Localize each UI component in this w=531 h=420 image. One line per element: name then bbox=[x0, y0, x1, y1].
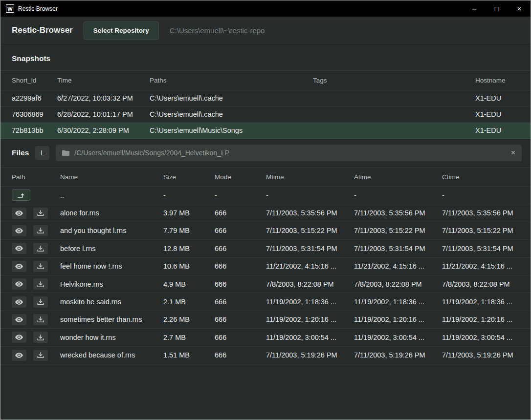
file-row[interactable]: moskito he said.rns 2.1 MB 666 11/19/200… bbox=[0, 293, 531, 311]
column-name: Name bbox=[60, 173, 163, 181]
preview-file-button[interactable] bbox=[12, 350, 26, 361]
file-name: alone for.rns bbox=[60, 209, 163, 217]
file-atime: 11/19/2002, 1:18:36 ... bbox=[354, 298, 442, 306]
download-icon bbox=[37, 316, 44, 323]
download-file-button[interactable] bbox=[33, 243, 48, 254]
file-mode: 666 bbox=[215, 315, 266, 323]
file-mtime: 7/11/2003, 5:19:26 PM bbox=[266, 351, 354, 359]
preview-file-button[interactable] bbox=[12, 278, 26, 290]
snapshots-table-header: Short_id Time Paths Tags Hostname bbox=[0, 70, 531, 90]
window-title: Restic Browser bbox=[18, 5, 58, 12]
file-mode: 666 bbox=[215, 298, 266, 306]
file-atime: - bbox=[354, 191, 442, 199]
preview-file-button[interactable] bbox=[12, 208, 26, 219]
file-ctime: 7/11/2003, 5:31:54 PM bbox=[442, 245, 531, 252]
file-actions bbox=[12, 350, 60, 361]
file-actions bbox=[12, 314, 60, 325]
up-directory-button[interactable] bbox=[12, 189, 30, 201]
file-row[interactable]: and you thought l.rns 7.79 MB 666 7/11/2… bbox=[0, 222, 531, 240]
files-table-body: .. - - - - - alone for bbox=[0, 187, 531, 364]
column-ctime: Ctime bbox=[442, 173, 531, 181]
eye-icon bbox=[15, 317, 23, 322]
file-actions bbox=[12, 208, 60, 219]
up-arrow-icon bbox=[17, 192, 25, 198]
file-name: before l.rns bbox=[60, 245, 163, 252]
preview-file-button[interactable] bbox=[12, 314, 26, 325]
preview-file-button[interactable] bbox=[12, 225, 26, 236]
file-atime: 7/11/2003, 5:15:22 PM bbox=[354, 227, 442, 234]
snapshot-time: 6/30/2022, 2:28:09 PM bbox=[57, 126, 150, 134]
column-mtime: Mtime bbox=[266, 173, 354, 181]
download-file-button[interactable] bbox=[33, 261, 48, 272]
clear-path-button[interactable]: × bbox=[511, 149, 515, 157]
file-mode: 666 bbox=[215, 334, 266, 341]
column-mode: Mode bbox=[215, 173, 266, 181]
file-row[interactable]: wonder how it.rns 2.7 MB 666 11/19/2002,… bbox=[0, 329, 531, 346]
current-path-bar[interactable]: /C/Users/emuell/Music/Songs/2004_Helveti… bbox=[56, 145, 522, 161]
file-name: sometimes better than.rns bbox=[60, 315, 163, 323]
file-mode: 666 bbox=[215, 262, 266, 270]
file-ctime: 7/11/2003, 5:15:22 PM bbox=[442, 227, 531, 234]
snapshot-hostname: X1-EDU bbox=[475, 94, 531, 102]
download-file-button[interactable] bbox=[33, 296, 48, 308]
download-icon bbox=[37, 298, 44, 305]
snapshot-hostname: X1-EDU bbox=[475, 110, 531, 118]
file-atime: 11/19/2002, 3:00:54 ... bbox=[354, 334, 442, 341]
snapshot-row[interactable]: 76306869 6/28/2022, 10:01:17 PM C:\Users… bbox=[0, 106, 531, 123]
preview-file-button[interactable] bbox=[12, 332, 26, 343]
file-row[interactable]: sometimes better than.rns 2.26 MB 666 11… bbox=[0, 311, 531, 329]
download-file-button[interactable] bbox=[33, 208, 48, 219]
download-file-button[interactable] bbox=[33, 278, 48, 290]
file-mtime: 7/11/2003, 5:35:56 PM bbox=[266, 209, 354, 217]
download-file-button[interactable] bbox=[33, 332, 48, 343]
current-path-text: /C/Users/emuell/Music/Songs/2004_Helveti… bbox=[74, 149, 229, 157]
file-atime: 11/19/2002, 1:20:16 ... bbox=[354, 315, 442, 323]
snapshot-row[interactable]: a2299af6 6/27/2022, 10:03:32 PM C:\Users… bbox=[0, 90, 531, 106]
eye-icon bbox=[15, 299, 23, 305]
file-size: 1.51 MB bbox=[163, 351, 215, 359]
preview-file-button[interactable] bbox=[12, 261, 26, 272]
file-name: Helvikone.rns bbox=[60, 280, 163, 288]
eye-icon bbox=[15, 264, 23, 269]
close-button[interactable]: × bbox=[508, 0, 531, 17]
download-icon bbox=[37, 334, 44, 341]
select-repository-button[interactable]: Select Repository bbox=[84, 21, 159, 40]
file-actions bbox=[12, 189, 60, 201]
snapshot-paths: C:\Users\emuell\.cache bbox=[150, 110, 313, 118]
app-logo-icon: W bbox=[6, 4, 14, 13]
minimize-button[interactable]: – bbox=[463, 0, 486, 17]
preview-file-button[interactable] bbox=[12, 243, 26, 254]
snapshot-time: 6/27/2022, 10:03:32 PM bbox=[57, 94, 150, 102]
titlebar: W Restic Browser – □ × bbox=[0, 0, 531, 17]
file-row[interactable]: Helvikone.rns 4.9 MB 666 7/8/2003, 8:22:… bbox=[0, 275, 531, 293]
eye-icon bbox=[15, 353, 23, 358]
file-row[interactable]: .. - - - - - bbox=[0, 187, 531, 204]
file-size: 12.8 MB bbox=[163, 245, 215, 252]
restic-browser-window: W Restic Browser – □ × Restic-Browser Se… bbox=[0, 0, 531, 420]
file-ctime: 7/8/2003, 8:22:08 PM bbox=[442, 280, 531, 288]
download-file-button[interactable] bbox=[33, 314, 48, 325]
snapshot-row[interactable]: 72b813bb 6/30/2022, 2:28:09 PM C:\Users\… bbox=[0, 123, 531, 139]
file-mtime: 7/11/2003, 5:31:54 PM bbox=[266, 245, 354, 252]
file-size: - bbox=[163, 191, 215, 199]
file-size: 3.97 MB bbox=[163, 209, 215, 217]
tree-view-toggle-button[interactable]: L bbox=[35, 146, 49, 160]
file-ctime: 11/19/2002, 1:18:36 ... bbox=[442, 298, 531, 306]
file-row[interactable]: feel home now !.rns 10.6 MB 666 11/21/20… bbox=[0, 258, 531, 275]
file-ctime: 11/21/2002, 4:15:16 ... bbox=[442, 262, 531, 270]
download-file-button[interactable] bbox=[33, 350, 48, 361]
download-file-button[interactable] bbox=[33, 225, 48, 236]
file-mtime: 11/19/2002, 1:20:16 ... bbox=[266, 315, 354, 323]
snapshot-short-id: 76306869 bbox=[12, 110, 57, 118]
snapshots-table-body: a2299af6 6/27/2022, 10:03:32 PM C:\Users… bbox=[0, 90, 531, 139]
file-size: 10.6 MB bbox=[163, 262, 215, 270]
column-tags: Tags bbox=[313, 77, 475, 84]
snapshot-hostname: X1-EDU bbox=[475, 126, 531, 134]
preview-file-button[interactable] bbox=[12, 296, 26, 308]
file-name: feel home now !.rns bbox=[60, 262, 163, 270]
file-row[interactable]: before l.rns 12.8 MB 666 7/11/2003, 5:31… bbox=[0, 240, 531, 257]
file-row[interactable]: wrecked because of.rns 1.51 MB 666 7/11/… bbox=[0, 347, 531, 364]
file-atime: 7/8/2003, 8:22:08 PM bbox=[354, 280, 442, 288]
maximize-button[interactable]: □ bbox=[486, 0, 508, 17]
file-row[interactable]: alone for.rns 3.97 MB 666 7/11/2003, 5:3… bbox=[0, 204, 531, 222]
